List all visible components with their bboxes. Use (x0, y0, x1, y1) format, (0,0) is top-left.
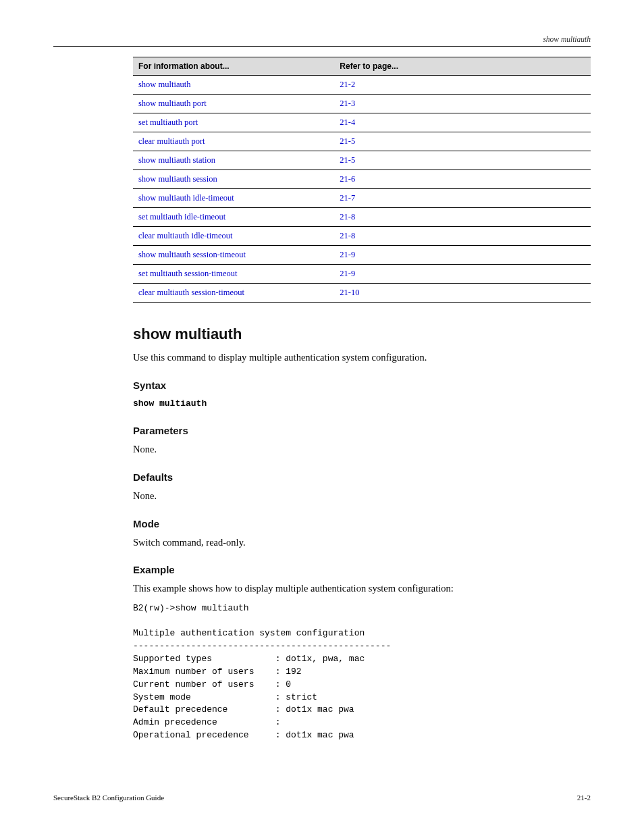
footer-right: 21-2 (577, 793, 591, 802)
cmd-link[interactable]: show multiauth idle-timeout (138, 193, 234, 203)
content-area: For information about... Refer to page..… (133, 57, 591, 742)
page-link[interactable]: 21-5 (340, 136, 355, 146)
running-title: show multiauth (53, 35, 591, 43)
table-row: show multiauth session 21-6 (133, 170, 591, 189)
cmd-link[interactable]: set multiauth idle-timeout (138, 212, 225, 221)
defaults-text: None. (133, 490, 591, 503)
page-footer: SecureStack B2 Configuration Guide 21-2 (53, 793, 591, 802)
footer-left: SecureStack B2 Configuration Guide (53, 793, 164, 802)
cmd-link[interactable]: show multiauth session-timeout (138, 250, 246, 259)
table-row: clear multiauth port 21-5 (133, 132, 591, 151)
cmd-link[interactable]: set multiauth session-timeout (138, 269, 238, 278)
table-row: show multiauth station 21-5 (133, 151, 591, 170)
command-title: show multiauth (133, 325, 591, 343)
cmd-link[interactable]: show multiauth session (138, 174, 217, 184)
page-link[interactable]: 21-7 (340, 193, 355, 203)
defaults-heading: Defaults (133, 471, 591, 483)
page-link[interactable]: 21-10 (340, 288, 359, 297)
example-heading: Example (133, 564, 591, 575)
table-row: show multiauth 21-2 (133, 76, 591, 95)
example-output: B2(rw)->show multiauth Multiple authenti… (133, 602, 591, 742)
cmd-link[interactable]: show multiauth port (138, 99, 207, 108)
mode-heading: Mode (133, 518, 591, 529)
mode-text: Switch command, read-only. (133, 536, 591, 550)
parameters-text: None. (133, 443, 591, 457)
table-header-info: For information about... (133, 57, 334, 76)
command-description: Use this command to display multiple aut… (133, 351, 591, 365)
page-link[interactable]: 21-3 (340, 99, 355, 108)
cmd-link[interactable]: clear multiauth port (138, 136, 205, 146)
example-intro: This example shows how to display multip… (133, 582, 591, 596)
page-header: show multiauth (53, 35, 591, 47)
table-row: show multiauth idle-timeout 21-7 (133, 189, 591, 208)
cmd-link[interactable]: set multiauth port (138, 118, 198, 127)
page-link[interactable]: 21-9 (340, 250, 355, 259)
table-row: show multiauth port 21-3 (133, 95, 591, 113)
page-link[interactable]: 21-5 (340, 155, 355, 165)
cmd-link[interactable]: clear multiauth session-timeout (138, 288, 244, 297)
table-row: set multiauth session-timeout 21-9 (133, 265, 591, 284)
table-row: clear multiauth session-timeout 21-10 (133, 284, 591, 303)
table-row: clear multiauth idle-timeout 21-8 (133, 227, 591, 246)
page-link[interactable]: 21-4 (340, 118, 355, 127)
page-link[interactable]: 21-6 (340, 174, 355, 184)
reference-table: For information about... Refer to page..… (133, 57, 591, 303)
page-link[interactable]: 21-9 (340, 269, 355, 278)
syntax-heading: Syntax (133, 380, 591, 391)
table-header-page: Refer to page... (334, 57, 591, 76)
cmd-link[interactable]: show multiauth (138, 80, 190, 89)
cmd-link[interactable]: clear multiauth idle-timeout (138, 231, 233, 240)
table-row: set multiauth idle-timeout 21-8 (133, 208, 591, 227)
page-link[interactable]: 21-8 (340, 212, 355, 221)
page-link[interactable]: 21-2 (340, 80, 355, 89)
table-row: show multiauth session-timeout 21-9 (133, 246, 591, 265)
syntax-text: show multiauth (133, 398, 207, 409)
table-row: set multiauth port 21-4 (133, 113, 591, 132)
header-rule (53, 46, 591, 47)
parameters-heading: Parameters (133, 425, 591, 436)
cmd-link[interactable]: show multiauth station (138, 155, 215, 165)
page-link[interactable]: 21-8 (340, 231, 355, 240)
